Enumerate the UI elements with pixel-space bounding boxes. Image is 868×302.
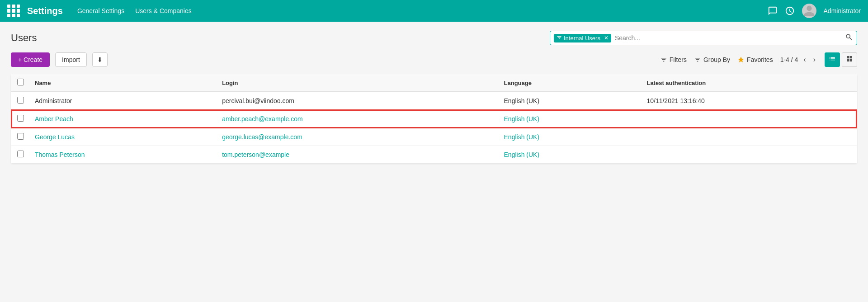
cell-language[interactable]: English (UK) <box>499 146 642 164</box>
cell-login[interactable]: amber.peach@example.com <box>217 110 498 128</box>
users-table-wrapper: Name Login Language Latest authenticatio… <box>11 74 857 164</box>
user-name-link[interactable]: George Lucas <box>35 133 75 141</box>
top-navigation: Settings General Settings Users & Compan… <box>0 0 868 22</box>
row-checkbox[interactable] <box>17 133 24 140</box>
search-filter-tag[interactable]: Internal Users ✕ <box>554 34 611 42</box>
app-grid-icon[interactable] <box>7 5 20 17</box>
cell-login: percival.bui@viindoo.com <box>217 92 498 110</box>
col-login: Login <box>217 74 498 92</box>
user-name-link[interactable]: Thomas Peterson <box>35 151 85 158</box>
row-checkbox[interactable] <box>17 97 24 104</box>
download-button[interactable]: ⬇ <box>92 52 108 67</box>
topnav-right: Administrator <box>768 4 861 18</box>
main-content: Users Internal Users ✕ + Create Import ⬇… <box>0 22 868 173</box>
filter-tag-close[interactable]: ✕ <box>604 35 609 41</box>
cell-name[interactable]: Thomas Peterson <box>29 146 217 164</box>
clock-icon[interactable] <box>785 6 795 16</box>
user-login-link[interactable]: george.lucas@example.com <box>222 133 302 141</box>
cell-login[interactable]: george.lucas@example.com <box>217 128 498 146</box>
app-title: Settings <box>27 6 63 16</box>
pagination-info: 1-4 / 4 ‹ › <box>780 55 817 65</box>
toolbar: + Create Import ⬇ Filters Group By Favor… <box>11 52 857 67</box>
row-checkbox[interactable] <box>17 115 24 122</box>
pagination-next[interactable]: › <box>811 55 817 65</box>
cell-latest-auth <box>641 110 857 128</box>
filter-funnel-icon <box>557 35 562 42</box>
nav-users-companies[interactable]: Users & Companies <box>135 5 192 16</box>
favorites-label: Favorites <box>747 56 773 63</box>
table-header: Name Login Language Latest authenticatio… <box>11 74 857 92</box>
username-label[interactable]: Administrator <box>824 7 861 14</box>
user-name-link[interactable]: Amber Peach <box>35 115 73 123</box>
page-header: Users Internal Users ✕ <box>11 31 857 45</box>
search-bar: Internal Users ✕ <box>550 31 857 45</box>
col-name: Name <box>29 74 217 92</box>
cell-language[interactable]: English (UK) <box>499 110 642 128</box>
users-table: Name Login Language Latest authenticatio… <box>11 74 857 164</box>
view-toggle <box>825 52 857 67</box>
user-language-link[interactable]: English (UK) <box>504 151 540 158</box>
row-checkbox[interactable] <box>17 151 24 157</box>
cell-login[interactable]: tom.peterson@example <box>217 146 498 164</box>
search-icon[interactable] <box>845 33 853 43</box>
table-row[interactable]: Thomas Petersontom.peterson@exampleEngli… <box>11 146 857 164</box>
user-language-link[interactable]: English (UK) <box>504 115 540 123</box>
filters-action[interactable]: Filters <box>660 56 687 63</box>
user-avatar[interactable] <box>802 4 816 18</box>
cell-name[interactable]: Amber Peach <box>29 110 217 128</box>
col-latest-auth: Latest authentication <box>641 74 857 92</box>
cell-latest-auth <box>641 146 857 164</box>
favorites-action[interactable]: Favorites <box>737 56 773 63</box>
cell-language: English (UK) <box>499 92 642 110</box>
search-input[interactable] <box>611 34 845 42</box>
cell-language[interactable]: English (UK) <box>499 128 642 146</box>
select-all-cell <box>11 74 29 92</box>
page-title: Users <box>11 32 37 44</box>
list-view-button[interactable] <box>825 52 840 67</box>
group-by-action[interactable]: Group By <box>694 56 730 63</box>
create-button[interactable]: + Create <box>11 52 50 67</box>
filters-label: Filters <box>670 56 687 63</box>
cell-name: Administrator <box>29 92 217 110</box>
nav-general-settings[interactable]: General Settings <box>77 5 124 16</box>
table-row[interactable]: Amber Peachamber.peach@example.comEnglis… <box>11 110 857 128</box>
nav-links: General Settings Users & Companies <box>77 5 768 16</box>
chat-icon[interactable] <box>768 6 778 16</box>
pagination-prev[interactable]: ‹ <box>802 55 807 65</box>
group-by-label: Group By <box>703 56 730 63</box>
pagination-text: 1-4 / 4 <box>780 56 798 63</box>
import-button[interactable]: Import <box>55 52 87 67</box>
col-language: Language <box>499 74 642 92</box>
user-language-link[interactable]: English (UK) <box>504 133 540 141</box>
table-row[interactable]: George Lucasgeorge.lucas@example.comEngl… <box>11 128 857 146</box>
filter-tag-label: Internal Users <box>564 35 600 42</box>
user-login-link[interactable]: amber.peach@example.com <box>222 115 302 123</box>
table-row[interactable]: Administratorpercival.bui@viindoo.comEng… <box>11 92 857 110</box>
kanban-view-button[interactable] <box>842 52 857 67</box>
cell-latest-auth <box>641 128 857 146</box>
table-body: Administratorpercival.bui@viindoo.comEng… <box>11 92 857 164</box>
user-login-link[interactable]: tom.peterson@example <box>222 151 289 158</box>
toolbar-right: Filters Group By Favorites 1-4 / 4 ‹ › <box>660 52 857 67</box>
cell-name[interactable]: George Lucas <box>29 128 217 146</box>
select-all-checkbox[interactable] <box>17 79 24 85</box>
cell-latest-auth: 10/11/2021 13:16:40 <box>641 92 857 110</box>
